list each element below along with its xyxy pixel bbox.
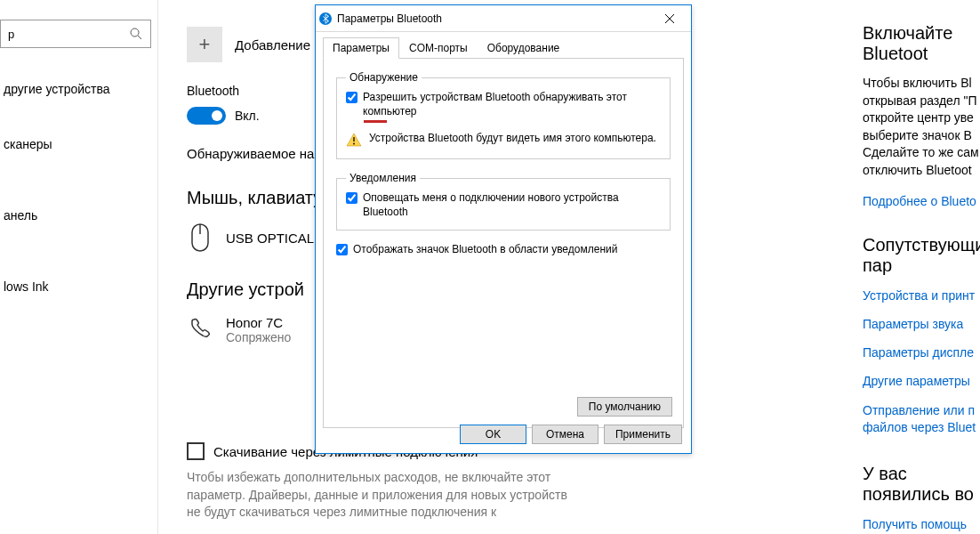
discovery-warning-text: Устройства Bluetooth будут видеть имя эт… bbox=[369, 132, 656, 144]
questions-heading: У вас появились во bbox=[863, 464, 980, 505]
svg-point-0 bbox=[131, 28, 139, 36]
show-tray-icon-checkbox[interactable] bbox=[336, 244, 348, 255]
help-panel: Включайте Bluetoot Чтобы включить Bl отк… bbox=[863, 23, 980, 534]
metered-description: Чтобы избежать дополнительных расходов, … bbox=[187, 469, 578, 522]
phone-icon bbox=[187, 312, 213, 346]
notify-new-device-label: Оповещать меня о подключении нового устр… bbox=[363, 191, 661, 219]
svg-line-1 bbox=[138, 36, 141, 39]
settings-sidebar: другие устройства сканеры анель lows Ink bbox=[0, 0, 158, 534]
add-device-label: Добавление bbox=[235, 37, 310, 53]
allow-discovery-label: Разрешить устройствам Bluetooth обнаружи… bbox=[363, 91, 661, 118]
close-icon bbox=[665, 14, 674, 23]
cancel-button[interactable]: Отмена bbox=[532, 425, 598, 444]
tab-hardware[interactable]: Оборудование bbox=[478, 37, 570, 59]
sidebar-item-other-devices[interactable]: другие устройства bbox=[0, 73, 157, 105]
related-params-heading: Сопутствующие пар bbox=[863, 235, 980, 276]
warning-icon bbox=[346, 132, 362, 148]
tab-content: Обнаружение Разрешить устройствам Blueto… bbox=[323, 58, 684, 428]
tab-parameters[interactable]: Параметры bbox=[323, 37, 399, 59]
dialog-titlebar: Параметры Bluetooth bbox=[316, 5, 691, 32]
notifications-legend: Уведомления bbox=[346, 172, 420, 184]
enable-bt-description: Чтобы включить Bl открывая раздел "П отк… bbox=[863, 75, 980, 180]
bluetooth-params-dialog: Параметры Bluetooth Параметры COM-порты … bbox=[315, 4, 692, 454]
svg-point-8 bbox=[353, 143, 355, 145]
more-about-bluetooth-link[interactable]: Подробнее о Blueto bbox=[863, 194, 980, 208]
discovery-group: Обнаружение Разрешить устройствам Blueto… bbox=[336, 71, 671, 159]
dialog-footer: OK Отмена Применить bbox=[454, 425, 682, 444]
notify-new-device-row[interactable]: Оповещать меня о подключении нового устр… bbox=[346, 191, 661, 219]
toggle-state-label: Вкл. bbox=[235, 109, 260, 123]
search-input[interactable] bbox=[8, 28, 129, 41]
allow-discovery-checkbox[interactable] bbox=[346, 92, 357, 103]
red-highlight bbox=[364, 120, 387, 123]
tab-com-ports[interactable]: COM-порты bbox=[399, 37, 478, 59]
add-icon: + bbox=[187, 27, 222, 62]
other-settings-link[interactable]: Другие параметры bbox=[863, 374, 980, 388]
bluetooth-icon bbox=[319, 12, 332, 25]
send-receive-files-link[interactable]: Отправление или п файлов через Bluet bbox=[863, 402, 980, 437]
sidebar-item-windows-ink[interactable]: lows Ink bbox=[0, 271, 157, 303]
mouse-icon bbox=[187, 221, 213, 255]
get-help-link[interactable]: Получить помощь bbox=[863, 517, 980, 531]
sound-settings-link[interactable]: Параметры звука bbox=[863, 317, 980, 331]
notifications-group: Уведомления Оповещать меня о подключении… bbox=[336, 172, 671, 231]
close-button[interactable] bbox=[652, 6, 687, 31]
notify-new-device-checkbox[interactable] bbox=[346, 192, 357, 204]
enable-bt-heading: Включайте Bluetoot bbox=[863, 23, 980, 64]
devices-printers-link[interactable]: Устройства и принт bbox=[863, 288, 980, 303]
default-button[interactable]: По умолчанию bbox=[577, 397, 672, 417]
ok-button[interactable]: OK bbox=[460, 425, 526, 444]
search-box[interactable] bbox=[0, 20, 151, 48]
phone-device-name: Honor 7C bbox=[226, 315, 291, 330]
sidebar-item-scanners[interactable]: сканеры bbox=[0, 128, 157, 160]
discovery-warning: Устройства Bluetooth будут видеть имя эт… bbox=[346, 132, 661, 148]
show-tray-icon-label: Отображать значок Bluetooth в области ув… bbox=[353, 243, 617, 255]
bluetooth-toggle[interactable] bbox=[187, 107, 226, 125]
metered-checkbox[interactable] bbox=[187, 442, 205, 460]
allow-discovery-checkbox-row[interactable]: Разрешить устройствам Bluetooth обнаружи… bbox=[346, 91, 661, 118]
dialog-tabs: Параметры COM-порты Оборудование bbox=[316, 32, 691, 59]
sidebar-item-panel[interactable]: анель bbox=[0, 199, 157, 231]
discovery-legend: Обнаружение bbox=[346, 71, 422, 84]
phone-device-status: Сопряжено bbox=[226, 330, 291, 344]
display-settings-link[interactable]: Параметры диспле bbox=[863, 345, 980, 360]
dialog-title: Параметры Bluetooth bbox=[337, 12, 652, 25]
mouse-device-name: USB OPTICAL bbox=[226, 231, 314, 246]
search-icon bbox=[129, 27, 143, 41]
apply-button[interactable]: Применить bbox=[604, 425, 682, 444]
show-tray-icon-row[interactable]: Отображать значок Bluetooth в области ув… bbox=[336, 243, 671, 255]
